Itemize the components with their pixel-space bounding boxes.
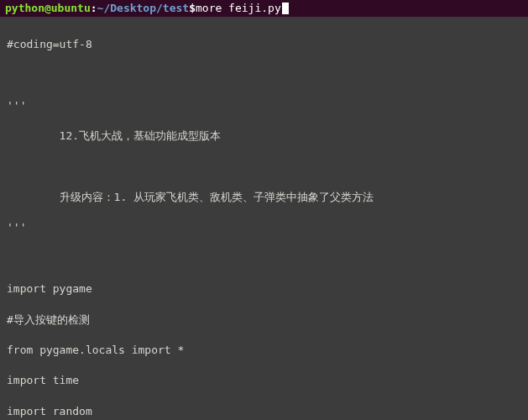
code-line: from pygame.locals import * <box>7 343 521 358</box>
cursor-icon <box>282 3 289 14</box>
prompt-path: ~/Desktop/test <box>97 1 190 16</box>
code-line <box>7 160 521 175</box>
code-line: import random <box>7 404 521 419</box>
prompt-user-host: python@ubuntu <box>5 1 91 16</box>
code-line: import pygame <box>7 281 521 297</box>
code-line: import time <box>7 373 521 388</box>
code-line: #coding=utf-8 <box>7 37 521 52</box>
terminal-window: python@ubuntu : ~/Desktop/test $ more fe… <box>0 0 528 420</box>
prompt-command: more feiji.py <box>196 1 281 16</box>
code-line <box>7 68 521 83</box>
code-line: ''' <box>7 98 521 113</box>
code-line: ''' <box>7 220 521 235</box>
prompt-colon: : <box>91 1 97 16</box>
code-line <box>7 251 521 266</box>
code-line: 升级内容：1. 从玩家飞机类、敌机类、子弹类中抽象了父类方法 <box>7 190 521 205</box>
code-line: #导入按键的检测 <box>7 312 521 328</box>
prompt-dollar: $ <box>189 1 196 16</box>
file-content[interactable]: #coding=utf-8 ''' 12.飞机大战，基础功能成型版本 升级内容：… <box>0 17 528 420</box>
code-line: 12.飞机大战，基础功能成型版本 <box>7 129 521 144</box>
terminal-prompt-line[interactable]: python@ubuntu : ~/Desktop/test $ more fe… <box>0 0 528 17</box>
